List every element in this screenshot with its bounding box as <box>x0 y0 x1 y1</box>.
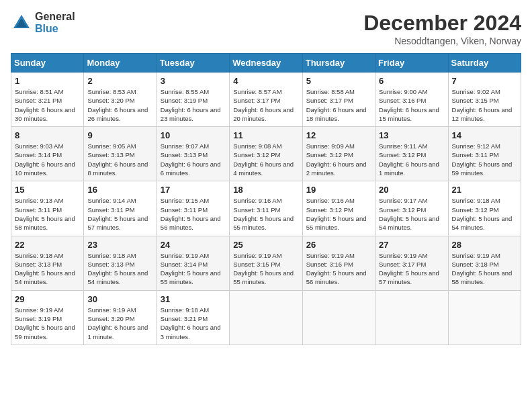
weekday-header-monday: Monday <box>84 54 157 73</box>
day-cell: 9 Sunrise: 9:05 AM Sunset: 3:13 PM Dayli… <box>84 127 157 181</box>
day-number: 12 <box>306 130 371 140</box>
day-number: 13 <box>379 130 444 140</box>
day-detail: Sunrise: 9:19 AM Sunset: 3:18 PM Dayligh… <box>452 251 517 287</box>
day-cell: 16 Sunrise: 9:14 AM Sunset: 3:11 PM Dayl… <box>84 181 157 236</box>
day-cell: 13 Sunrise: 9:11 AM Sunset: 3:12 PM Dayl… <box>375 127 448 181</box>
day-cell: 28 Sunrise: 9:19 AM Sunset: 3:18 PM Dayl… <box>448 236 521 290</box>
day-number: 4 <box>233 76 298 86</box>
day-number: 25 <box>233 240 298 250</box>
day-cell: 17 Sunrise: 9:15 AM Sunset: 3:11 PM Dayl… <box>157 181 229 236</box>
day-cell: 10 Sunrise: 9:07 AM Sunset: 3:13 PM Dayl… <box>157 127 229 181</box>
day-cell: 24 Sunrise: 9:19 AM Sunset: 3:14 PM Dayl… <box>157 236 229 290</box>
day-number: 5 <box>306 76 371 86</box>
day-cell: 14 Sunrise: 9:12 AM Sunset: 3:11 PM Dayl… <box>448 127 521 181</box>
day-detail: Sunrise: 9:05 AM Sunset: 3:13 PM Dayligh… <box>87 142 152 177</box>
day-detail: Sunrise: 9:14 AM Sunset: 3:11 PM Dayligh… <box>87 196 152 232</box>
day-number: 31 <box>161 294 226 304</box>
day-number: 17 <box>161 185 226 195</box>
day-number: 22 <box>15 240 80 250</box>
day-cell: 15 Sunrise: 9:13 AM Sunset: 3:11 PM Dayl… <box>11 181 84 236</box>
day-cell: 19 Sunrise: 9:16 AM Sunset: 3:12 PM Dayl… <box>302 181 375 236</box>
day-cell: 31 Sunrise: 9:18 AM Sunset: 3:21 PM Dayl… <box>157 290 229 345</box>
day-number: 11 <box>233 130 298 140</box>
day-cell: 30 Sunrise: 9:19 AM Sunset: 3:20 PM Dayl… <box>84 290 157 345</box>
week-row-1: 1 Sunrise: 8:51 AM Sunset: 3:21 PM Dayli… <box>11 73 521 127</box>
day-detail: Sunrise: 9:19 AM Sunset: 3:19 PM Dayligh… <box>15 306 80 341</box>
day-number: 9 <box>87 130 152 140</box>
day-number: 1 <box>15 76 80 86</box>
day-detail: Sunrise: 8:58 AM Sunset: 3:17 PM Dayligh… <box>306 87 371 123</box>
day-cell <box>375 290 448 345</box>
day-detail: Sunrise: 9:07 AM Sunset: 3:13 PM Dayligh… <box>161 142 226 177</box>
day-cell: 1 Sunrise: 8:51 AM Sunset: 3:21 PM Dayli… <box>11 73 84 127</box>
day-detail: Sunrise: 8:57 AM Sunset: 3:17 PM Dayligh… <box>233 87 298 123</box>
day-cell: 29 Sunrise: 9:19 AM Sunset: 3:19 PM Dayl… <box>11 290 84 345</box>
logo-text: General Blue <box>35 11 75 34</box>
day-number: 15 <box>15 185 80 195</box>
logo-general-text: General <box>35 11 75 23</box>
day-number: 29 <box>15 294 80 304</box>
weekday-header-row: SundayMondayTuesdayWednesdayThursdayFrid… <box>11 54 521 73</box>
title-area: December 2024 Nesoddtangen, Viken, Norwa… <box>363 11 521 46</box>
day-number: 6 <box>379 76 444 86</box>
day-number: 30 <box>87 294 152 304</box>
day-detail: Sunrise: 9:19 AM Sunset: 3:20 PM Dayligh… <box>87 306 152 341</box>
day-cell: 3 Sunrise: 8:55 AM Sunset: 3:19 PM Dayli… <box>157 73 229 127</box>
day-cell: 26 Sunrise: 9:19 AM Sunset: 3:16 PM Dayl… <box>302 236 375 290</box>
day-detail: Sunrise: 9:17 AM Sunset: 3:12 PM Dayligh… <box>379 196 444 232</box>
day-cell <box>448 290 521 345</box>
week-row-3: 15 Sunrise: 9:13 AM Sunset: 3:11 PM Dayl… <box>11 181 521 236</box>
day-detail: Sunrise: 8:53 AM Sunset: 3:20 PM Dayligh… <box>87 87 152 123</box>
day-detail: Sunrise: 9:19 AM Sunset: 3:16 PM Dayligh… <box>306 251 371 287</box>
weekday-header-thursday: Thursday <box>302 54 375 73</box>
logo: General Blue <box>11 11 75 34</box>
day-detail: Sunrise: 9:11 AM Sunset: 3:12 PM Dayligh… <box>379 142 444 177</box>
day-number: 10 <box>161 130 226 140</box>
weekday-header-sunday: Sunday <box>11 54 84 73</box>
day-number: 18 <box>233 185 298 195</box>
day-cell: 23 Sunrise: 9:18 AM Sunset: 3:13 PM Dayl… <box>84 236 157 290</box>
day-detail: Sunrise: 9:16 AM Sunset: 3:11 PM Dayligh… <box>233 196 298 232</box>
week-row-2: 8 Sunrise: 9:03 AM Sunset: 3:14 PM Dayli… <box>11 127 521 181</box>
day-cell: 5 Sunrise: 8:58 AM Sunset: 3:17 PM Dayli… <box>302 73 375 127</box>
day-cell: 6 Sunrise: 9:00 AM Sunset: 3:16 PM Dayli… <box>375 73 448 127</box>
week-row-5: 29 Sunrise: 9:19 AM Sunset: 3:19 PM Dayl… <box>11 290 521 345</box>
day-number: 16 <box>87 185 152 195</box>
logo-blue-text: Blue <box>35 23 75 35</box>
day-detail: Sunrise: 9:12 AM Sunset: 3:11 PM Dayligh… <box>452 142 517 177</box>
day-number: 28 <box>452 240 517 250</box>
day-number: 23 <box>87 240 152 250</box>
day-cell: 21 Sunrise: 9:18 AM Sunset: 3:12 PM Dayl… <box>448 181 521 236</box>
day-detail: Sunrise: 9:19 AM Sunset: 3:14 PM Dayligh… <box>161 251 226 287</box>
day-number: 26 <box>306 240 371 250</box>
day-number: 20 <box>379 185 444 195</box>
day-cell <box>230 290 302 345</box>
day-number: 3 <box>161 76 226 86</box>
weekday-header-wednesday: Wednesday <box>230 54 302 73</box>
day-cell: 2 Sunrise: 8:53 AM Sunset: 3:20 PM Dayli… <box>84 73 157 127</box>
day-detail: Sunrise: 9:18 AM Sunset: 3:12 PM Dayligh… <box>452 196 517 232</box>
day-detail: Sunrise: 9:08 AM Sunset: 3:12 PM Dayligh… <box>233 142 298 177</box>
day-detail: Sunrise: 8:55 AM Sunset: 3:19 PM Dayligh… <box>161 87 226 123</box>
day-cell: 20 Sunrise: 9:17 AM Sunset: 3:12 PM Dayl… <box>375 181 448 236</box>
day-detail: Sunrise: 9:03 AM Sunset: 3:14 PM Dayligh… <box>15 142 80 177</box>
day-detail: Sunrise: 9:18 AM Sunset: 3:13 PM Dayligh… <box>87 251 152 287</box>
week-row-4: 22 Sunrise: 9:18 AM Sunset: 3:13 PM Dayl… <box>11 236 521 290</box>
day-number: 24 <box>161 240 226 250</box>
day-cell <box>302 290 375 345</box>
day-detail: Sunrise: 9:19 AM Sunset: 3:15 PM Dayligh… <box>233 251 298 287</box>
weekday-header-saturday: Saturday <box>448 54 521 73</box>
day-detail: Sunrise: 8:51 AM Sunset: 3:21 PM Dayligh… <box>15 87 80 123</box>
day-cell: 4 Sunrise: 8:57 AM Sunset: 3:17 PM Dayli… <box>230 73 302 127</box>
day-detail: Sunrise: 9:18 AM Sunset: 3:13 PM Dayligh… <box>15 251 80 287</box>
day-number: 7 <box>452 76 517 86</box>
day-number: 21 <box>452 185 517 195</box>
day-detail: Sunrise: 9:18 AM Sunset: 3:21 PM Dayligh… <box>161 306 226 341</box>
day-number: 8 <box>15 130 80 140</box>
day-cell: 11 Sunrise: 9:08 AM Sunset: 3:12 PM Dayl… <box>230 127 302 181</box>
logo-icon <box>11 12 32 34</box>
page-header: General Blue December 2024 Nesoddtangen,… <box>11 11 521 46</box>
day-detail: Sunrise: 9:15 AM Sunset: 3:11 PM Dayligh… <box>161 196 226 232</box>
weekday-header-friday: Friday <box>375 54 448 73</box>
weekday-header-tuesday: Tuesday <box>157 54 229 73</box>
